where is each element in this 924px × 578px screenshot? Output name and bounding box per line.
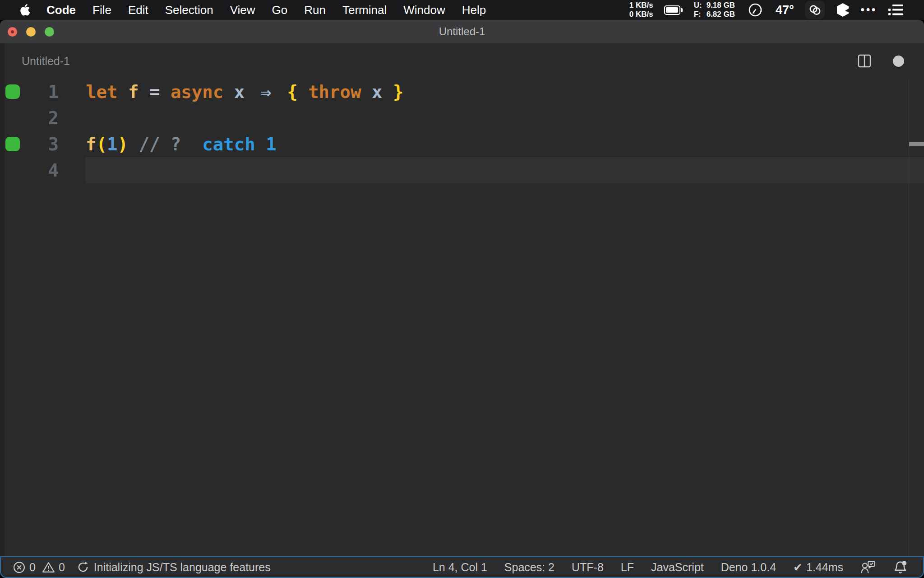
menu-item-file[interactable]: File (92, 3, 111, 17)
window-titlebar[interactable]: Untitled-1 (0, 20, 924, 43)
mem-used-value: 9.18 GB (707, 1, 735, 10)
mem-free-value: 6.82 GB (707, 10, 735, 19)
warning-count: 0 (59, 561, 65, 574)
statusbar: 0 0 Initializing JS/TS la (0, 556, 924, 578)
error-icon (13, 561, 26, 574)
mem-used-label: U: (694, 1, 702, 10)
warning-icon (42, 561, 55, 574)
menu-item-edit[interactable]: Edit (128, 3, 148, 17)
line-number[interactable]: 1 (20, 82, 59, 102)
status-indentation[interactable]: Spaces: 2 (504, 561, 554, 574)
code-lines: 1let f = async x ⇒ { throw x }23f(1) // … (0, 79, 924, 183)
menu-item-view[interactable]: View (230, 3, 255, 17)
line-number[interactable]: 4 (20, 160, 59, 181)
swirl-icon[interactable] (805, 1, 825, 19)
menu-item-selection[interactable]: Selection (165, 3, 213, 17)
code-line-1-content[interactable]: let f = async x ⇒ { throw x } (86, 79, 924, 105)
overview-ruler-marker (909, 142, 924, 146)
status-message: Initializing JS/TS language features (94, 561, 271, 574)
code-line: 2 (0, 105, 924, 131)
menu-item-window[interactable]: Window (403, 3, 445, 17)
check-icon: ✔ (793, 561, 803, 574)
code-line-3-content[interactable]: f(1) // ? catch 1 (86, 131, 924, 157)
apple-menu-icon[interactable] (20, 4, 30, 16)
status-language-mode[interactable]: JavaScript (651, 561, 704, 574)
menu-item-terminal[interactable]: Terminal (342, 3, 387, 17)
memory-status[interactable]: U: 9.18 GB F: 6.82 GB (694, 1, 735, 19)
window-title: Untitled-1 (439, 25, 485, 38)
battery-icon[interactable] (664, 5, 683, 15)
zoom-button[interactable] (45, 27, 54, 37)
net-up: 1 KB/s (629, 1, 653, 10)
code-line: 4 (0, 157, 924, 183)
menu-item-go[interactable]: Go (272, 3, 288, 17)
macos-menubar: CodeFileEditSelectionViewGoRunTerminalWi… (0, 0, 924, 20)
network-speed[interactable]: 1 KB/s 0 KB/s (629, 1, 653, 19)
gutter-spacer (5, 163, 20, 177)
notifications-bell-icon[interactable] (893, 560, 908, 575)
error-count: 0 (29, 561, 36, 574)
problems-status[interactable]: 0 0 (13, 561, 65, 574)
vscode-window: Untitled-1 Untitled-1 1let f = async x ⇒… (0, 20, 924, 578)
temperature[interactable]: 47° (776, 3, 794, 17)
run-coverage-marker (5, 84, 20, 99)
menubar-items: CodeFileEditSelectionViewGoRunTerminalWi… (46, 3, 486, 17)
editor-header: Untitled-1 (0, 43, 924, 79)
code-line: 1let f = async x ⇒ { throw x } (0, 79, 924, 105)
status-encoding[interactable]: UTF-8 (572, 561, 604, 574)
statusbar-items: Ln 4, Col 1Spaces: 2UTF-8LFJavaScriptDen… (433, 561, 843, 574)
line-number[interactable]: 3 (20, 134, 59, 154)
gutter-spacer (5, 111, 20, 125)
status-deno-version[interactable]: Deno 1.0.4 (721, 561, 776, 574)
open-file-label[interactable]: Untitled-1 (22, 55, 70, 68)
feedback-icon[interactable] (860, 560, 876, 574)
overflow-dots-icon[interactable]: ••• (861, 4, 877, 16)
run-coverage-marker (5, 137, 20, 151)
status-cursor-position[interactable]: Ln 4, Col 1 (433, 561, 487, 574)
status-quokka-time[interactable]: ✔1.44ms (793, 561, 843, 574)
line-number[interactable]: 2 (20, 108, 59, 128)
split-editor-button[interactable] (857, 53, 872, 69)
unsaved-changes-dot[interactable] (893, 56, 904, 67)
mem-free-label: F: (694, 10, 702, 19)
cube-icon[interactable] (836, 3, 850, 17)
menu-item-code[interactable]: Code (46, 3, 76, 17)
overview-ruler[interactable] (909, 79, 909, 556)
code-line: 3f(1) // ? catch 1 (0, 131, 924, 157)
gauge-icon[interactable] (746, 0, 765, 19)
menu-item-help[interactable]: Help (462, 3, 486, 17)
close-button[interactable] (8, 27, 17, 37)
net-down: 0 KB/s (629, 10, 653, 19)
minimize-button[interactable] (26, 27, 36, 37)
status-eol[interactable]: LF (621, 561, 634, 574)
code-line-2-content[interactable] (86, 105, 924, 131)
code-line-4-content[interactable] (86, 157, 924, 183)
sync-icon (77, 561, 89, 573)
menu-item-run[interactable]: Run (304, 3, 326, 17)
language-status[interactable]: Initializing JS/TS language features (77, 561, 271, 574)
list-icon[interactable] (888, 4, 904, 16)
